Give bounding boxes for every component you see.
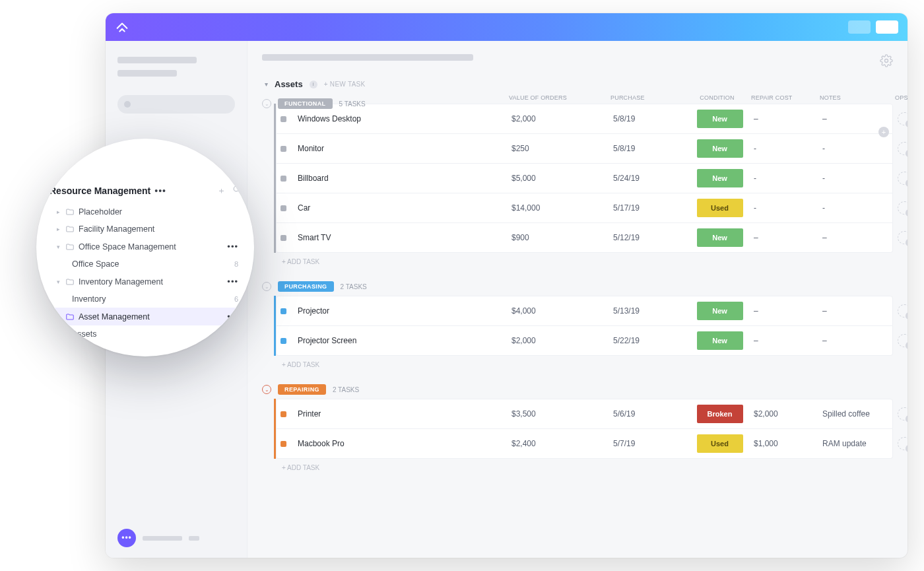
assignee-add-icon[interactable]: [898, 142, 908, 155]
cell-value: $250: [512, 144, 610, 153]
collapse-icon[interactable]: ⌄: [262, 385, 271, 394]
topbar-pill-2[interactable]: [876, 20, 898, 34]
assignee-add-icon[interactable]: [898, 172, 908, 185]
status-dot-icon: [280, 205, 286, 211]
cell-repair: –: [754, 114, 820, 123]
status-chip-purchasing[interactable]: PURCHASING: [278, 281, 334, 292]
topbar-pill-1[interactable]: [848, 20, 871, 34]
cell-condition[interactable]: New: [688, 228, 751, 247]
assignee-add-icon[interactable]: [898, 231, 908, 244]
search-input[interactable]: [117, 95, 235, 114]
chevron-icon[interactable]: ▸: [55, 226, 61, 232]
status-dot-icon: [280, 116, 286, 122]
collapse-icon[interactable]: ⌄: [262, 282, 271, 291]
task-row[interactable]: Projector Screen $2,000 5/22/19 New – –: [276, 326, 893, 356]
cell-condition[interactable]: New: [688, 139, 751, 158]
new-task-button[interactable]: + NEW TASK: [324, 81, 366, 88]
task-name[interactable]: Projector Screen: [298, 336, 509, 345]
task-count: 2 TASKS: [333, 386, 359, 393]
item-menu-icon[interactable]: •••: [227, 277, 238, 286]
task-count: 2 TASKS: [341, 283, 367, 290]
cell-purchase: 5/8/19: [613, 114, 686, 123]
task-row[interactable]: Macbook Pro $2,400 5/7/19 Used $1,000 RA…: [276, 429, 893, 459]
assignee-add-icon[interactable]: [898, 437, 908, 450]
cell-purchase: 5/17/19: [613, 203, 686, 213]
task-name[interactable]: Billboard: [298, 174, 509, 183]
tree-list-item[interactable]: Office Space 8: [50, 255, 241, 273]
tree-list-item[interactable]: Inventory 6: [50, 290, 241, 308]
task-row[interactable]: Smart TV $900 5/12/19 New – –: [276, 223, 893, 253]
item-menu-icon[interactable]: •••: [227, 242, 238, 252]
add-icon[interactable]: ＋: [217, 185, 226, 197]
chevron-icon[interactable]: ▾: [55, 244, 61, 250]
list-title: Assets: [275, 79, 303, 89]
folder-tree: ▸ Placeholder ▸ Facility Management ▾ Of…: [50, 203, 241, 343]
folder-icon: [65, 207, 75, 217]
assignee-add-icon[interactable]: [898, 201, 908, 215]
task-row[interactable]: Printer $3,500 5/6/19 Broken $2,000 Spil…: [276, 399, 893, 429]
cell-repair: –: [754, 336, 820, 345]
assignee-add-icon[interactable]: [898, 304, 908, 318]
cell-purchase: 5/8/19: [613, 144, 686, 153]
gear-icon[interactable]: [880, 54, 893, 67]
assignee-add-icon[interactable]: [898, 407, 908, 420]
tree-folder-item[interactable]: ▾ Inventory Management •••: [50, 273, 241, 290]
col-ops[interactable]: OPS MAN…: [895, 94, 908, 101]
chat-launcher[interactable]: •••: [117, 529, 199, 547]
info-icon[interactable]: i: [310, 81, 317, 88]
task-row[interactable]: Billboard $5,000 5/24/19 New - -: [276, 164, 893, 193]
cell-condition[interactable]: Broken: [688, 405, 751, 423]
chat-skeleton: [143, 536, 182, 541]
cell-condition[interactable]: New: [688, 302, 751, 320]
chevron-icon[interactable]: ▾: [55, 314, 61, 320]
item-label: Asset Management: [79, 312, 223, 321]
add-task-button[interactable]: + ADD TASK: [274, 253, 893, 271]
sidebar-skeleton-line: [117, 70, 177, 77]
cell-condition[interactable]: Used: [688, 199, 751, 217]
assignee-add-icon[interactable]: [898, 334, 908, 347]
task-table: ⌄ FUNCTIONAL 5 TASKS VALUE OF ORDERS PUR…: [262, 94, 893, 477]
cell-value: $900: [512, 233, 610, 242]
tree-folder-item[interactable]: ▸ Placeholder: [50, 203, 241, 220]
tree-folder-item[interactable]: ▾ Office Space Management •••: [50, 238, 241, 255]
task-name[interactable]: Projector: [298, 306, 509, 316]
task-name[interactable]: Windows Desktop: [298, 114, 509, 123]
status-chip-repairing[interactable]: REPAIRING: [278, 384, 326, 395]
cell-purchase: 5/7/19: [613, 439, 686, 448]
task-row[interactable]: Car $14,000 5/17/19 Used - -: [276, 193, 893, 223]
list-header: ▾ Assets i + NEW TASK: [265, 79, 893, 89]
folder-icon: [65, 242, 75, 252]
space-title: Resource Management: [50, 185, 150, 196]
cell-notes: –: [822, 336, 895, 345]
task-row[interactable]: Projector $4,000 5/13/19 New – –: [276, 296, 893, 326]
task-name[interactable]: Monitor: [298, 144, 509, 153]
chevron-icon[interactable]: ▾: [55, 279, 61, 285]
task-name[interactable]: Smart TV: [298, 233, 509, 242]
task-row[interactable]: Monitor $250 5/8/19 New - -: [276, 134, 893, 164]
topbar-actions: [848, 20, 898, 34]
cell-value: $5,000: [512, 174, 610, 183]
item-count: 6: [234, 295, 238, 303]
caret-down-icon[interactable]: ▾: [265, 81, 268, 88]
chevron-icon[interactable]: ▸: [55, 209, 61, 215]
assignee-add-icon[interactable]: [898, 112, 908, 125]
cell-condition[interactable]: New: [688, 169, 751, 187]
task-name[interactable]: Printer: [298, 409, 509, 419]
add-task-button[interactable]: + ADD TASK: [274, 356, 893, 374]
collapse-icon[interactable]: ⌄: [262, 99, 271, 108]
status-chip-functional[interactable]: FUNCTIONAL: [278, 98, 333, 109]
space-menu-icon[interactable]: •••: [154, 185, 166, 196]
folder-icon: [65, 312, 75, 321]
add-task-button[interactable]: + ADD TASK: [274, 459, 893, 477]
cell-value: $2,000: [512, 114, 610, 123]
cell-repair: -: [754, 203, 820, 213]
tree-folder-item[interactable]: ▾ Asset Management •••: [50, 308, 241, 325]
task-name[interactable]: Car: [298, 203, 509, 213]
status-dot-icon: [280, 338, 286, 344]
cell-condition[interactable]: Used: [688, 434, 751, 453]
status-dot-icon: [280, 308, 286, 314]
cell-condition[interactable]: New: [688, 331, 751, 350]
tree-folder-item[interactable]: ▸ Facility Management: [50, 220, 241, 238]
task-name[interactable]: Macbook Pro: [298, 439, 509, 448]
add-column-icon[interactable]: +: [878, 127, 889, 137]
